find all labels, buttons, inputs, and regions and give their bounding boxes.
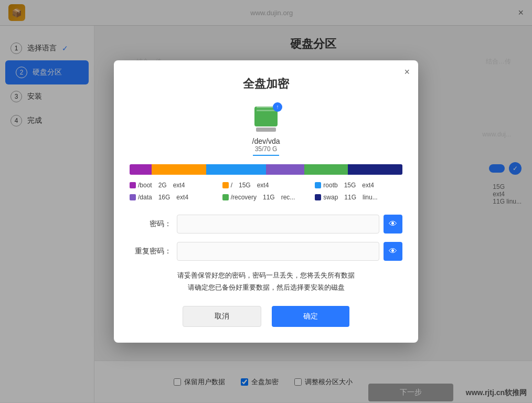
segment-boot xyxy=(130,164,152,175)
partition-legend: /boot 2G ext4 / 15G ext4 rootb 15G ext4 … xyxy=(130,181,402,202)
legend-label-root: / 15G ext4 xyxy=(231,181,269,190)
legend-rootb: rootb 15G ext4 xyxy=(315,181,402,190)
legend-root: / 15G ext4 xyxy=(222,181,310,190)
legend-color-root xyxy=(222,182,229,188)
legend-label-data: /data 16G ext4 xyxy=(138,193,188,202)
warning-text: 请妥善保管好您的密码，密码一旦丢失，您将丢失所有数据 请确定您已备份好重要数据，… xyxy=(130,269,402,294)
repeat-password-input[interactable] xyxy=(177,242,379,261)
legend-label-rootb: rootb 15G ext4 xyxy=(323,181,374,190)
cancel-button[interactable]: 取消 xyxy=(183,306,261,327)
repeat-password-group: 重复密码： 👁 xyxy=(130,242,402,261)
segment-data xyxy=(266,164,304,175)
dialog-close-button[interactable]: × xyxy=(404,67,410,78)
legend-color-swap xyxy=(315,194,321,200)
legend-boot: /boot 2G ext4 xyxy=(130,181,217,190)
password-label: 密码： xyxy=(130,219,172,229)
confirm-button[interactable]: 确定 xyxy=(272,306,349,327)
segment-recovery xyxy=(304,164,348,175)
repeat-label: 重复密码： xyxy=(130,247,172,256)
legend-label-recovery: /recovery 11G rec... xyxy=(231,193,295,202)
password-input[interactable] xyxy=(177,215,379,234)
legend-color-boot xyxy=(130,182,136,188)
segment-blue xyxy=(206,164,266,175)
legend-data: /data 16G ext4 xyxy=(130,193,217,202)
eye-icon-repeat: 👁 xyxy=(389,247,397,256)
legend-swap: swap 11G linu... xyxy=(315,193,402,202)
disk-connector xyxy=(256,128,276,132)
password-eye-button[interactable]: 👁 xyxy=(384,215,402,234)
dialog-actions: 取消 确定 xyxy=(130,306,402,327)
partition-bar xyxy=(130,164,402,175)
warning-line-1: 请妥善保管好您的密码，密码一旦丢失，您将丢失所有数据 xyxy=(130,269,402,281)
repeat-eye-button[interactable]: 👁 xyxy=(384,242,402,261)
warning-line-2: 请确定您已备份好重要数据，然后选择要安装的磁盘 xyxy=(130,281,402,293)
legend-recovery: /recovery 11G rec... xyxy=(222,193,310,202)
dialog-title: 全盘加密 xyxy=(130,76,402,92)
eye-icon-password: 👁 xyxy=(389,219,397,229)
disk-size: 35/70 G xyxy=(255,145,278,153)
disk-icon: ↑ xyxy=(252,104,280,133)
size-indicator xyxy=(253,155,279,156)
segment-swap xyxy=(348,164,402,175)
upload-icon: ↑ xyxy=(273,102,282,112)
legend-color-recovery xyxy=(222,194,229,200)
legend-label-boot: /boot 2G ext4 xyxy=(138,181,185,190)
password-group: 密码： 👁 xyxy=(130,215,402,234)
legend-color-rootb xyxy=(315,182,321,188)
legend-label-swap: swap 11G linu... xyxy=(323,193,377,202)
modal-overlay: × 全盘加密 ↑ /dev/vda 35/70 G xyxy=(0,0,532,403)
dialog: × 全盘加密 ↑ /dev/vda 35/70 G xyxy=(114,60,418,343)
disk-icon-container: ↑ /dev/vda 35/70 G xyxy=(130,104,402,156)
disk-name: /dev/vda xyxy=(252,137,280,145)
segment-root xyxy=(152,164,206,175)
legend-color-data xyxy=(130,194,136,200)
